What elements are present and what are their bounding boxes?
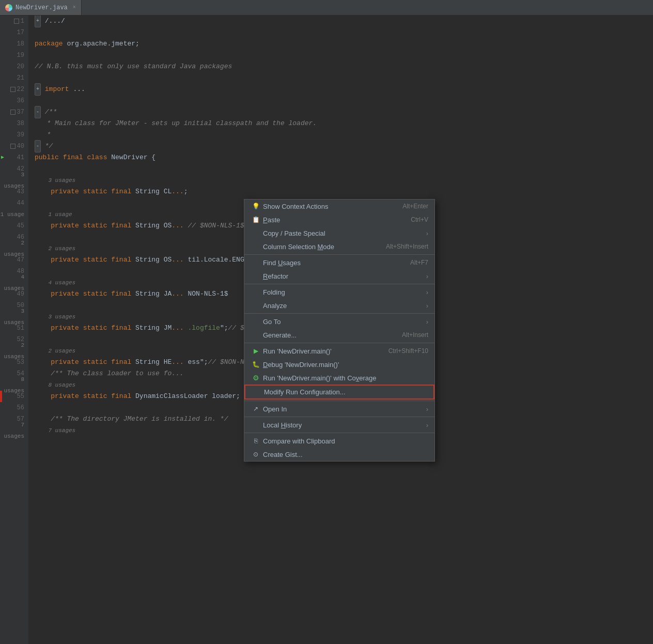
code-line-42 <box>35 163 653 175</box>
menu-item-refactor[interactable]: Refactor › <box>244 269 434 283</box>
code-line-38: * Main class for JMeter - sets up initia… <box>35 118 653 129</box>
file-icon <box>5 4 12 11</box>
gutter-line-45-usage: 1 usage <box>0 209 24 220</box>
usages-43: 3 usages <box>35 175 653 186</box>
menu-label-open-in: Open In <box>263 405 422 413</box>
gutter-line-53-usage: 2 usages <box>0 345 24 357</box>
fold-marker-1[interactable]: + <box>35 16 41 27</box>
menu-label-paste: Paste <box>263 216 400 224</box>
menu-label-show-context-actions: Show Context Actions <box>263 203 392 210</box>
menu-shortcut-column-selection: Alt+Shift+Insert <box>386 243 428 250</box>
menu-label-create-gist: Create Gist... <box>263 451 428 458</box>
gutter-line-55: 55 <box>0 391 24 402</box>
code-line-19 <box>35 50 653 61</box>
arrow-icon-openin: › <box>426 405 428 413</box>
code-line-20: // N.B. this must only use standard Java… <box>35 61 653 72</box>
gutter-line-21: 21 <box>0 72 24 84</box>
menu-label-run-coverage: Run 'NewDriver.main()' with Coverage <box>263 374 428 382</box>
menu-label-find-usages: Find Usages <box>263 259 400 267</box>
menu-item-create-gist[interactable]: ⊙ Create Gist... <box>244 448 434 461</box>
menu-item-go-to[interactable]: Go To › <box>244 315 434 328</box>
gutter-line-53: 53 <box>0 357 24 368</box>
gutter-line-19: 19 <box>0 50 24 61</box>
menu-label-copy-paste-special: Copy / Paste Special <box>263 229 422 237</box>
code-line-41: public final class NewDriver { <box>35 152 653 163</box>
menu-item-analyze[interactable]: Analyze › <box>244 299 434 312</box>
code-line-37: - /** <box>35 106 653 118</box>
gutter-line-51: 51 <box>0 323 24 334</box>
gutter-line-44: 44 <box>0 197 24 209</box>
menu-label-refactor: Refactor <box>263 272 422 280</box>
menu-item-copy-paste-special[interactable]: Copy / Paste Special › <box>244 226 434 240</box>
gutter-line-17: 17 <box>0 27 24 38</box>
menu-label-column-selection: Column Selection Mode <box>263 243 376 251</box>
menu-divider-1 <box>244 254 434 255</box>
fold-marker-22[interactable]: + <box>35 83 41 96</box>
copy-icon: 📋 <box>251 216 261 223</box>
code-line-40: - */ <box>35 141 653 152</box>
menu-divider-7 <box>244 433 434 433</box>
menu-item-folding[interactable]: Folding › <box>244 285 434 299</box>
arrow-icon-refactor: › <box>426 272 428 280</box>
menu-item-run-coverage[interactable]: ⚙ Run 'NewDriver.main()' with Coverage <box>244 371 434 385</box>
menu-item-local-history[interactable]: Local History › <box>244 418 434 432</box>
menu-item-run[interactable]: ▶ Run 'NewDriver.main()' Ctrl+Shift+F10 <box>244 344 434 358</box>
fold-marker-40[interactable]: - <box>35 140 41 152</box>
menu-label-analyze: Analyze <box>263 302 422 310</box>
code-line-36 <box>35 95 653 106</box>
menu-item-open-in[interactable]: ↗ Open In › <box>244 402 434 416</box>
run-icon: ▶ <box>251 347 261 355</box>
gutter-line-47-usage: 2 usages <box>0 243 24 254</box>
arrow-icon-folding: › <box>426 288 428 296</box>
menu-item-column-selection[interactable]: Column Selection Mode Alt+Shift+Insert <box>244 240 434 253</box>
arrow-icon-goto: › <box>426 318 428 326</box>
gutter-line-49: 49 <box>0 288 24 300</box>
gutter-line-45: 45 <box>0 220 24 232</box>
menu-shortcut-run: Ctrl+Shift+F10 <box>388 347 428 355</box>
menu-item-modify-run-config[interactable]: Modify Run Configuration... <box>244 385 434 400</box>
gutter-line-37: 37 <box>0 106 24 118</box>
menu-item-paste[interactable]: 📋 Paste Ctrl+V <box>244 213 434 226</box>
menu-label-run: Run 'NewDriver.main()' <box>263 347 378 355</box>
coverage-icon: ⚙ <box>251 374 261 382</box>
gutter-line-57b: 7 usages <box>0 425 24 436</box>
gutter-line-36: 36 <box>0 95 24 106</box>
menu-item-debug[interactable]: 🐛 Debug 'NewDriver.main()' <box>244 358 434 371</box>
gutter-line-56: 56 <box>0 402 24 413</box>
menu-item-generate[interactable]: Generate... Alt+Insert <box>244 328 434 342</box>
compare-icon: ⎘ <box>251 437 261 444</box>
menu-item-compare-clipboard[interactable]: ⎘ Compare with Clipboard <box>244 434 434 448</box>
menu-item-show-context-actions[interactable]: 💡 Show Context Actions Alt+Enter <box>244 200 434 213</box>
code-line-39: * <box>35 129 653 141</box>
menu-item-find-usages[interactable]: Find Usages Alt+F7 <box>244 256 434 269</box>
gutter-line-38: 38 <box>0 118 24 129</box>
editor-tab[interactable]: NewDriver.java × <box>0 0 82 15</box>
code-line-1: + /.../ <box>35 16 653 27</box>
menu-label-folding: Folding <box>263 288 422 296</box>
gutter-line-20: 20 <box>0 61 24 72</box>
code-line-43: private static final String CL ... ; <box>35 186 653 197</box>
bulb-icon: 💡 <box>251 203 261 210</box>
menu-divider-4 <box>244 343 434 343</box>
gutter-line-41: 41 <box>0 152 24 163</box>
gutter-line-49-usage: 4 usages <box>0 277 24 288</box>
code-line-18: package org.apache.jmeter; <box>35 38 653 50</box>
tab-filename: NewDriver.java <box>15 4 68 11</box>
menu-label-local-history: Local History <box>263 421 422 429</box>
menu-label-generate: Generate... <box>263 331 392 339</box>
gutter-line-55-usage: 8 usages <box>0 379 24 391</box>
menu-divider-5 <box>244 401 434 401</box>
code-line-22: + import ... <box>35 84 653 95</box>
gutter-line-22: 22 <box>0 84 24 95</box>
menu-shortcut-generate: Alt+Insert <box>402 331 428 339</box>
github-icon: ⊙ <box>251 451 261 458</box>
tab-close-button[interactable]: × <box>73 5 76 10</box>
menu-shortcut-paste: Ctrl+V <box>411 216 428 223</box>
code-line-21 <box>35 72 653 84</box>
gutter-line-40: 40 <box>0 141 24 152</box>
menu-shortcut-find-usages: Alt+F7 <box>410 259 428 266</box>
menu-divider-2 <box>244 284 434 284</box>
menu-divider-6 <box>244 417 434 417</box>
fold-marker-37[interactable]: - <box>35 106 41 118</box>
menu-divider-3 <box>244 313 434 314</box>
